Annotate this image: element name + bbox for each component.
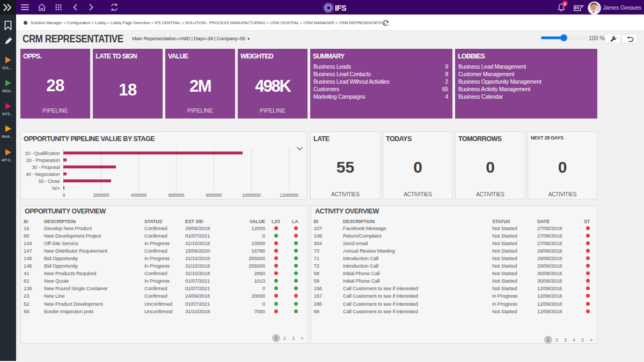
svg-text:600000: 600000 <box>169 193 185 198</box>
svg-text:400000: 400000 <box>131 193 147 198</box>
svg-text:0: 0 <box>63 193 65 198</box>
svg-text:SOL...: SOL... <box>2 66 12 70</box>
svg-text:IFS: IFS <box>335 4 347 12</box>
svg-text:2: 2 <box>564 2 566 6</box>
svg-text:30 - Proposal: 30 - Proposal <box>32 165 60 170</box>
svg-text:Work...: Work... <box>2 135 13 138</box>
svg-text:50 - Close: 50 - Close <box>39 179 60 184</box>
svg-text:API E...: API E... <box>2 158 13 162</box>
svg-text:1000000: 1000000 <box>242 193 260 198</box>
svg-text:10 - Qualification: 10 - Qualification <box>25 151 60 156</box>
svg-text:1200000: 1200000 <box>280 193 298 198</box>
svg-text:INDU...: INDU... <box>2 89 14 93</box>
svg-text:N/A: N/A <box>52 186 61 191</box>
svg-text:40 - Negociation: 40 - Negociation <box>26 172 60 177</box>
svg-text:200000: 200000 <box>93 193 109 198</box>
svg-text:INTE...: INTE... <box>2 112 13 116</box>
svg-text:20 - Preparation: 20 - Preparation <box>26 158 60 163</box>
svg-text:800000: 800000 <box>206 193 222 198</box>
